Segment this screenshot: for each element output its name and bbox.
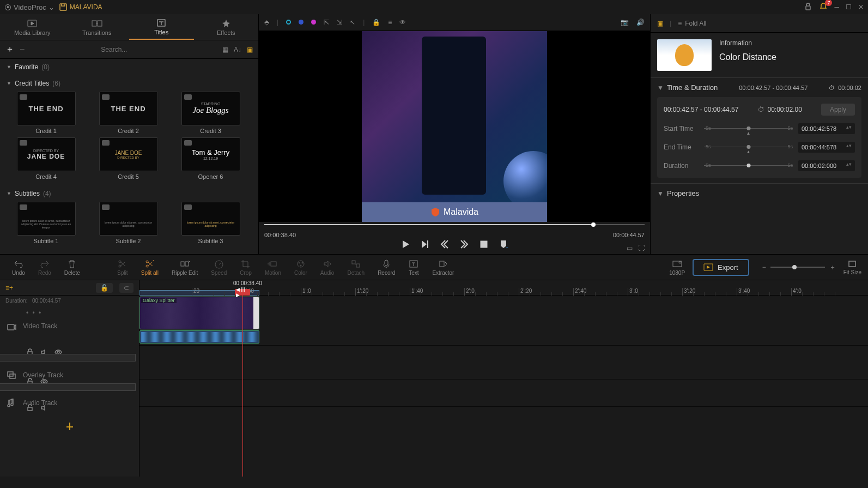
aspect-icon[interactable]: ▭ [627, 244, 633, 252]
split-all-button[interactable]: Split all [136, 259, 164, 276]
record-button[interactable]: Record [372, 259, 400, 276]
crop-button[interactable]: Crop [234, 259, 257, 276]
title-thumb-credit5[interactable]: JANE DOEDIRECTED BYCredit 5 [89, 137, 168, 180]
cursor-tool-icon[interactable]: ⬘ [264, 19, 269, 26]
redo-button[interactable]: Redo [33, 259, 57, 276]
audio-button[interactable]: Audio [315, 259, 340, 276]
playhead[interactable]: ◀ ||| ▶ [242, 289, 243, 477]
section-time-duration[interactable]: ▼Time & Duration 00:00:42.57 - 00:00:44.… [657, 83, 861, 92]
inspector-view-icon[interactable]: ▣ [657, 20, 663, 27]
tab-titles[interactable]: Titles [129, 14, 194, 40]
video-clip[interactable]: Galaxy Splitter [139, 297, 259, 329]
section-properties[interactable]: ▼Properties [657, 189, 861, 197]
title-thumb-credit4[interactable]: DIRECTED BYJANE DOECredit 4 [7, 137, 86, 180]
zoom-slider[interactable] [770, 267, 825, 268]
section-credit-titles[interactable]: ▼Credit Titles(6) [0, 75, 258, 92]
zoom-in-button[interactable]: ＋ [829, 263, 836, 272]
split-button[interactable]: Split [112, 259, 133, 276]
volume-indicator[interactable]: Volume: 100%⌄ [0, 383, 136, 391]
apply-button[interactable]: Apply [821, 104, 855, 116]
add-button[interactable]: ＋ [5, 44, 14, 55]
fullscreen-icon[interactable]: ⛶ [638, 244, 645, 252]
tab-effects[interactable]: Effects [194, 14, 259, 40]
section-subtitles[interactable]: ▼Subtitles(4) [0, 185, 258, 202]
app-menu[interactable]: ⦿ VideoProc ⌄ [4, 3, 54, 11]
tab-media-library[interactable]: Media Library [0, 14, 65, 40]
text-button[interactable]: Text [403, 259, 424, 276]
snap-icon[interactable]: ⇱ [324, 19, 329, 26]
motion-button[interactable]: Motion [259, 259, 287, 276]
overlay-track-lane[interactable] [139, 346, 868, 379]
info-label: Information [719, 39, 776, 47]
lock-preview-icon[interactable]: 🔒 [372, 19, 380, 26]
duration-value[interactable]: 00:00:02:000▴▾ [798, 160, 855, 171]
timeline-menu-icon[interactable]: ≡+ [5, 284, 13, 292]
undo-button[interactable]: Undo [7, 259, 31, 276]
minimize-button[interactable]: ─ [834, 3, 839, 11]
play-button[interactable] [400, 239, 410, 249]
add-track-cursor-icon[interactable] [64, 421, 75, 431]
close-button[interactable]: ✕ [858, 3, 864, 11]
opacity-indicator[interactable]: Opacity: 100%⌄ [0, 354, 136, 362]
pointer-icon[interactable]: ↖ [350, 19, 355, 26]
search-input[interactable] [101, 46, 217, 53]
notifications-icon[interactable]: 7 [819, 2, 828, 13]
audio-waveform[interactable] [139, 330, 259, 344]
sort-icon[interactable]: A↓ [234, 46, 241, 53]
fit-size-button[interactable]: Fit Size [843, 260, 861, 275]
grid-view-icon[interactable]: ▦ [222, 46, 228, 53]
preview-scrubber[interactable] [259, 222, 650, 231]
video-track-header[interactable]: • • • Video Track [0, 306, 139, 356]
resolution-button[interactable]: 1080P [664, 259, 690, 276]
project-name[interactable]: MALAVIDA [59, 3, 102, 11]
panel-toggle-icon[interactable]: ▣ [247, 46, 253, 53]
title-thumb-opener6[interactable]: Tom & Jerry12.12.19Opener 6 [171, 137, 250, 180]
maximize-button[interactable]: ☐ [846, 3, 852, 11]
title-thumb-subtitle3[interactable]: lorem ipsum dolor sit amet, consectetur … [171, 202, 250, 244]
tab-transitions[interactable]: Transitions [65, 14, 130, 40]
title-bar: ⦿ VideoProc ⌄ MALAVIDA 7 ─ ☐ ✕ [0, 0, 868, 14]
start-time-value[interactable]: 00:00:42:578▴▾ [798, 123, 855, 134]
ripple-edit-button[interactable]: Ripple Edit [166, 259, 203, 276]
fold-all-button[interactable]: ≡Fold All [678, 20, 706, 27]
speed-button[interactable]: Speed [205, 259, 232, 276]
snapshot-icon[interactable]: 📷 [621, 19, 629, 26]
video-track-lane[interactable]: Galaxy Splitter [139, 296, 868, 346]
audio-track-header[interactable]: Volume: 100%⌄ Audio Track [0, 390, 139, 416]
snap2-icon[interactable]: ⇲ [337, 19, 342, 26]
mark-in-icon[interactable] [479, 239, 489, 249]
remove-button[interactable]: − [20, 45, 25, 55]
extractor-button[interactable]: Extractor [427, 259, 459, 276]
marker-pink[interactable] [311, 20, 316, 25]
audio-track-lane[interactable] [139, 379, 868, 407]
duration-slider[interactable]: -5s05s [704, 160, 793, 171]
color-button[interactable]: Color [289, 259, 313, 276]
marker-cyan[interactable] [286, 20, 291, 25]
zoom-out-button[interactable]: − [762, 263, 766, 271]
timeline-lock-button[interactable]: 🔓 [96, 283, 113, 293]
align-icon[interactable]: ≡ [388, 19, 392, 26]
start-time-slider[interactable]: -5s05s▲ [704, 123, 793, 134]
delete-button[interactable]: Delete [59, 259, 86, 276]
title-thumb-credit1[interactable]: THE ENDCredit 1 [7, 92, 86, 134]
eye-icon[interactable]: 👁 [399, 19, 406, 26]
marker-blue[interactable] [299, 20, 304, 25]
timeline-magnet-button[interactable]: ⊂ [119, 283, 133, 293]
title-thumb-credit2[interactable]: THE ENDCredit 2 [89, 92, 168, 134]
export-button[interactable]: Export [693, 259, 749, 276]
play-next-button[interactable] [420, 239, 430, 249]
section-favorite[interactable]: ▼Favorite(0) [0, 59, 258, 75]
end-time-value[interactable]: 00:00:44:578▴▾ [798, 142, 855, 153]
svg-point-10 [146, 261, 148, 263]
next-frame-button[interactable] [459, 239, 469, 249]
preview-viewport[interactable]: Malavida [259, 31, 650, 222]
prev-frame-button[interactable] [440, 239, 450, 249]
lock-icon[interactable] [804, 2, 812, 13]
title-thumb-credit3[interactable]: STARRINGJoe BloggsCredit 3 [171, 92, 250, 134]
volume-icon[interactable]: 🔊 [636, 19, 645, 26]
end-time-slider[interactable]: -5s05s▲ [704, 142, 793, 153]
title-thumb-subtitle2[interactable]: lorem ipsum dolor sit amet, consectetur … [89, 202, 168, 244]
mark-out-icon[interactable]: + [499, 239, 508, 249]
detach-button[interactable]: Detach [342, 259, 370, 276]
title-thumb-subtitle1[interactable]: lorem ipsum dolor sit amet, consectetur … [7, 202, 86, 244]
